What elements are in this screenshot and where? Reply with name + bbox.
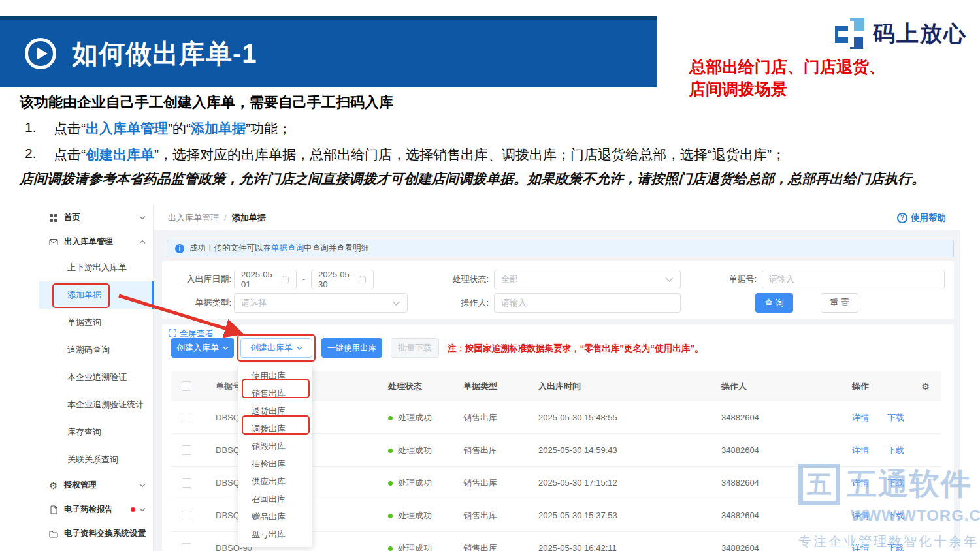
sidebar-item-updown-orders[interactable]: 上下游出入库单 (39, 254, 153, 281)
col-header-time: 入出库时间 (528, 381, 711, 392)
sidebar-item-stock-query[interactable]: 库存查询 (39, 418, 153, 446)
mail-icon (48, 237, 58, 247)
download-link[interactable]: 下载 (887, 543, 904, 551)
detail-link[interactable]: 详情 (852, 511, 869, 520)
row-checkbox[interactable] (182, 543, 191, 551)
date-range-label: 入出库日期: (166, 270, 231, 289)
operator-input[interactable]: 请输入 (494, 293, 681, 313)
sidebar-item-trace-verify[interactable]: 本企业追溯验证 (39, 364, 153, 391)
grid-icon (48, 213, 58, 223)
detail-link[interactable]: 详情 (852, 413, 869, 422)
info-icon: i (175, 244, 184, 253)
row-checkbox[interactable] (182, 511, 191, 520)
step-2-number: 2. (25, 146, 54, 164)
search-button[interactable]: 查 询 (755, 293, 793, 313)
calendar-icon (281, 276, 289, 284)
type-select[interactable]: 请选择 (234, 293, 408, 313)
success-dot (388, 481, 393, 486)
sidebar-item-add-document[interactable]: 添加单据 (39, 281, 153, 309)
scenario-note: 总部出给门店、门店退货、 店间调拨场景 (689, 55, 885, 100)
chevron-down-icon (139, 507, 146, 512)
dropdown-item-loss[interactable]: 盘亏出库 (238, 526, 312, 543)
step-2: 2. 点击“创建出库单”，选择对应的出库单据，总部出给门店，选择销售出库、调拨出… (25, 146, 785, 164)
step-1-text: 点击“出入库单管理”的“添加单据”功能； (54, 119, 291, 138)
dropdown-item-return[interactable]: 退货出库 (238, 402, 312, 420)
operator-label: 操作人: (436, 293, 489, 313)
create-outbound-button[interactable]: 创建出库单 (240, 338, 312, 358)
sidebar-item-document-query[interactable]: 单据查询 (39, 309, 153, 336)
scenario-line-1: 总部出给门店、门店退货、 (689, 55, 885, 78)
dropdown-item-use[interactable]: 使用出库 (238, 367, 312, 385)
col-header-type: 单据类型 (453, 381, 528, 392)
table-settings-gear-icon[interactable]: ⚙ (910, 381, 941, 392)
slide-title: 如何做出库单-1 (72, 36, 257, 72)
select-all-checkbox[interactable] (182, 381, 191, 391)
dropdown-item-supply[interactable]: 供应出库 (238, 473, 312, 490)
status-cell: 处理成功 (378, 445, 453, 456)
col-header-action: 操作 (841, 381, 910, 392)
row-checkbox[interactable] (182, 413, 191, 422)
dropdown-item-gift[interactable]: 赠品出库 (238, 508, 312, 526)
row-checkbox[interactable] (182, 478, 191, 488)
date-to-input[interactable]: 2025-05-30 (311, 270, 374, 289)
step-2-text: 点击“创建出库单”，选择对应的出库单据，总部出给门店，选择销售出库、调拨出库；门… (54, 146, 785, 164)
sidebar-item-relation-query[interactable]: 关联关系查询 (39, 446, 153, 473)
step-1-highlight-2: 添加单据 (191, 121, 246, 136)
document-query-link[interactable]: 单据查询 (271, 244, 304, 253)
sidebar-item-inout-management[interactable]: 出入库单管理 (39, 230, 153, 254)
detail-link[interactable]: 详情 (852, 445, 869, 455)
one-key-outbound-button[interactable]: 一键使用出库 (321, 338, 382, 358)
batch-download-button: 批量下载 (391, 338, 439, 358)
help-link[interactable]: ? 使用帮助 (897, 212, 946, 224)
date-from-input[interactable]: 2025-05-01 (234, 270, 297, 289)
row-checkbox[interactable] (182, 445, 191, 455)
dropdown-item-sampling[interactable]: 抽检出库 (238, 455, 312, 473)
download-link[interactable]: 下载 (887, 445, 904, 455)
download-link[interactable]: 下载 (887, 413, 904, 422)
create-inbound-button[interactable]: 创建入库单 (171, 338, 234, 358)
breadcrumb-section[interactable]: 出入库单管理 (168, 212, 219, 224)
detail-link[interactable]: 详情 (852, 478, 869, 488)
type-label: 单据类型: (166, 293, 231, 313)
download-link[interactable]: 下载 (887, 511, 904, 520)
brand-logo-text: 码上放心 (873, 19, 967, 49)
chevron-down-icon (392, 299, 400, 307)
question-circle-icon: ? (897, 213, 907, 223)
sidebar-item-data-exchange-settings[interactable]: 电子资料交换系统设置 (39, 522, 153, 546)
reset-button[interactable]: 重 置 (821, 293, 858, 313)
chevron-down-icon (139, 215, 146, 220)
success-dot (388, 416, 393, 420)
chevron-up-icon (139, 240, 146, 244)
dropdown-item-recall[interactable]: 召回出库 (238, 490, 312, 508)
notification-dot (131, 507, 135, 512)
status-cell: 处理成功 (378, 412, 453, 424)
sidebar-item-trace-code-query[interactable]: 追溯码查询 (39, 336, 153, 364)
chevron-down-icon (139, 531, 146, 536)
sidebar-item-home[interactable]: 首页 (39, 206, 153, 230)
dropdown-item-sale[interactable]: 销售出库 (238, 385, 312, 402)
step-2-highlight-1: 创建出库单 (86, 147, 154, 162)
dropdown-item-transfer[interactable]: 调拨出库 (238, 420, 312, 437)
toolbar-note: 注：按国家追溯标准数据集要求，“零售出库”更名为“使用出库”。 (448, 343, 704, 354)
docno-label: 单据号: (716, 270, 757, 289)
sidebar-item-trace-verify-stats[interactable]: 本企业追溯验证统计 (39, 391, 153, 418)
status-cell: 处理成功 (378, 543, 453, 551)
chevron-down-icon (665, 276, 674, 284)
chevron-down-icon (297, 346, 302, 350)
status-select[interactable]: 全部 (494, 270, 681, 289)
dropdown-item-destroy[interactable]: 销毁出库 (238, 437, 312, 455)
calendar-icon (358, 276, 367, 284)
step-1: 1. 点击“出入库单管理”的“添加单据”功能； (25, 119, 291, 138)
download-link[interactable]: 下载 (887, 478, 904, 488)
chevron-down-icon (139, 483, 146, 488)
col-header-operator: 操作人 (711, 381, 841, 392)
outbound-type-dropdown: 使用出库 销售出库 退货出库 调拨出库 销毁出库 抽检出库 供应出库 召回出库 … (238, 363, 312, 547)
status-cell: 处理成功 (378, 510, 453, 522)
sidebar-item-auth-management[interactable]: ⚙ 授权管理 (39, 473, 153, 497)
brand-logo-icon (835, 18, 866, 50)
breadcrumb-current: 添加单据 (232, 212, 266, 224)
docno-input[interactable]: 请输入 (762, 270, 945, 289)
sidebar-item-drug-report[interactable]: 电子药检报告 (39, 497, 153, 522)
detail-link[interactable]: 详情 (852, 543, 869, 551)
success-dot (388, 449, 393, 453)
